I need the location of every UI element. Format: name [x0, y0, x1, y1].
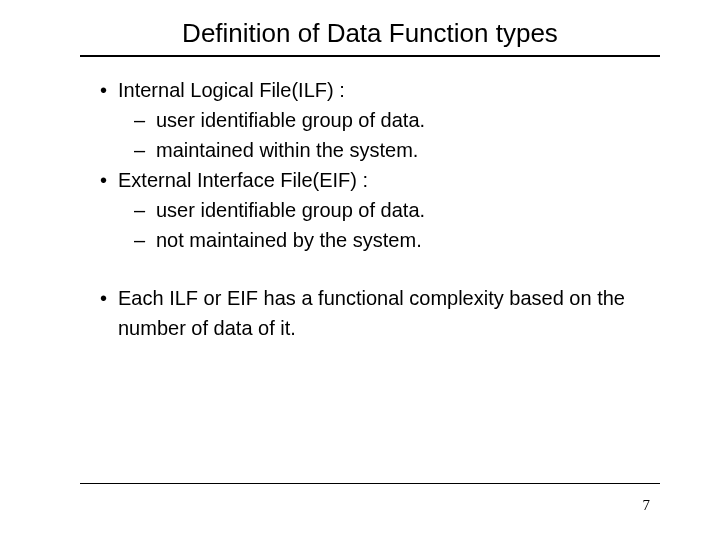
sub-bullet-text: maintained within the system. [156, 139, 418, 161]
bullet-item: External Interface File(EIF) : [100, 165, 660, 195]
spacer [100, 255, 660, 283]
bullet-item: Each ILF or EIF has a functional complex… [100, 283, 660, 343]
sub-bullet-item: user identifiable group of data. [130, 195, 660, 225]
bullet-text: Each ILF or EIF has a functional complex… [118, 287, 625, 339]
sub-bullet-text: user identifiable group of data. [156, 199, 425, 221]
slide-content: Internal Logical File(ILF) : user identi… [0, 57, 720, 343]
slide-title: Definition of Data Function types [80, 18, 660, 49]
sub-bullet-item: not maintained by the system. [130, 225, 660, 255]
page-number: 7 [643, 497, 651, 514]
footer-divider [80, 483, 660, 484]
slide: Definition of Data Function types Intern… [0, 0, 720, 540]
bullet-text: External Interface File(EIF) : [118, 169, 368, 191]
sub-bullet-text: user identifiable group of data. [156, 109, 425, 131]
bullet-text: Internal Logical File(ILF) : [118, 79, 345, 101]
sub-bullet-item: maintained within the system. [130, 135, 660, 165]
sub-bullet-text: not maintained by the system. [156, 229, 422, 251]
bullet-item: Internal Logical File(ILF) : [100, 75, 660, 105]
title-area: Definition of Data Function types [80, 0, 660, 57]
sub-bullet-item: user identifiable group of data. [130, 105, 660, 135]
